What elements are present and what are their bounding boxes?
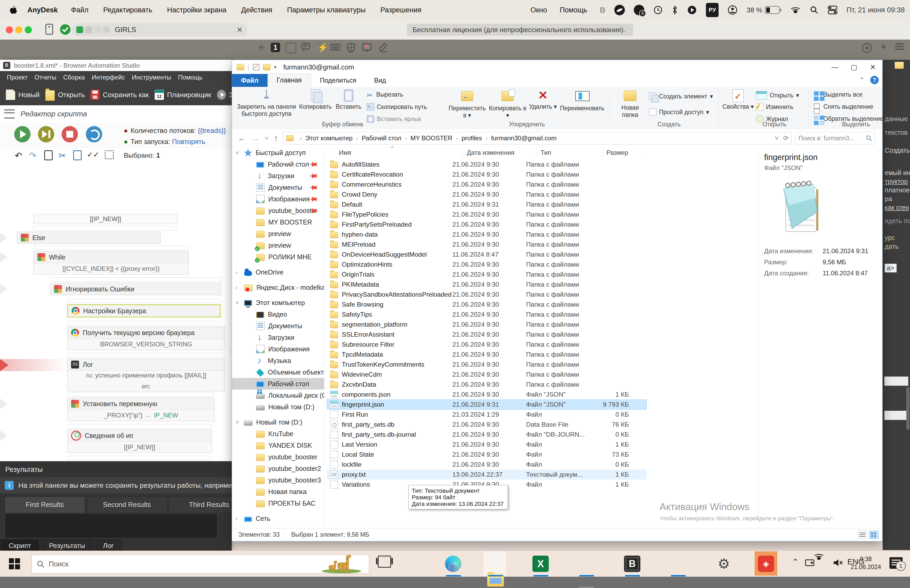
script-canvas[interactable]: [[IP_NEW]] Else While [[CYCLE_INDEX]] < …: [0, 164, 232, 461]
zoom-window-button[interactable]: [25, 26, 32, 34]
open-project-button[interactable]: Открыть: [45, 89, 85, 101]
sidebar-item[interactable]: YANDEX DISK 📌: [232, 439, 324, 451]
shield-icon[interactable]: [346, 43, 356, 52]
sidebar-item[interactable]: › Яндекс.Диск - modelkate2 📌: [232, 282, 324, 293]
file-row[interactable]: components.json 21.06.2024 9:30 Файл "JS…: [327, 389, 647, 399]
column-type[interactable]: Тип: [541, 149, 551, 156]
menubar-item-window[interactable]: Окно: [530, 6, 547, 14]
forward-icon[interactable]: →: [251, 134, 259, 143]
expand-icon[interactable]: ›: [236, 269, 238, 275]
properties-qat-icon[interactable]: [253, 64, 259, 70]
file-row[interactable]: Safe Browsing 21.06.2024 9:30 Папка с фа…: [327, 299, 647, 310]
menubar-item-actions[interactable]: Действия: [241, 6, 272, 14]
draw-pen-icon[interactable]: [379, 43, 388, 52]
copy-path-button[interactable]: \\...Скопировать путь: [367, 103, 427, 111]
breadcrumb-segment[interactable]: MY BOOSTER: [411, 134, 453, 142]
select-all-button[interactable]: Выделить все: [814, 91, 863, 98]
undo-icon[interactable]: ↶: [15, 150, 23, 161]
results-tab[interactable]: First Results: [5, 497, 85, 513]
anydesk-status-icon[interactable]: [614, 4, 625, 16]
sidebar-item[interactable]: Рабочий стол 📌: [232, 378, 324, 389]
new-item-button[interactable]: Создать элемент ▾: [649, 93, 713, 100]
value-box[interactable]: [[IP_NEW]]: [34, 214, 178, 224]
monitor-icon[interactable]: [45, 24, 54, 37]
connector[interactable]: [67, 353, 226, 357]
connector[interactable]: [67, 424, 212, 428]
scrollbar[interactable]: [906, 388, 910, 430]
sidebar-item[interactable]: KruTube 📌: [232, 428, 324, 439]
file-row[interactable]: Local State 21.06.2024 9:30 Файл 73 КБ: [327, 449, 647, 460]
session-tab[interactable]: GIRLS ✕: [72, 23, 247, 36]
menubar-item-permissions[interactable]: Разрешения: [380, 6, 422, 14]
help-icon[interactable]: ?: [870, 76, 879, 84]
address-field[interactable]: ›Этот компьютер›Рабочий стол›MY BOOSTER›…: [283, 132, 792, 144]
user-account-icon[interactable]: [727, 4, 737, 16]
taskbar-search[interactable]: Поиск: [32, 554, 369, 573]
tab-home[interactable]: Главная: [268, 73, 311, 87]
connector[interactable]: [34, 226, 178, 230]
address-dropdown-icon[interactable]: ˅: [775, 134, 779, 142]
file-row[interactable]: OriginTrials 21.06.2024 9:30 Папка с фай…: [327, 270, 647, 279]
b-status-icon[interactable]: B: [600, 4, 606, 16]
search-icon[interactable]: [865, 135, 872, 142]
monitor-count-badge[interactable]: 1: [271, 43, 280, 52]
file-row[interactable]: Subresource Filter 21.06.2024 9:30 Папка…: [327, 339, 647, 349]
actions-lightning-icon[interactable]: ⚡: [317, 43, 327, 52]
file-row[interactable]: SafetyTips 21.06.2024 9:30 Папка с файла…: [327, 310, 647, 320]
sidebar-item[interactable]: Новая папка 📌: [232, 486, 324, 498]
control-center-icon[interactable]: [828, 4, 837, 16]
scheduler-button[interactable]: Планировщик: [155, 89, 211, 100]
connector[interactable]: [34, 246, 189, 250]
step-button[interactable]: [38, 126, 54, 142]
tab-file[interactable]: Файл: [232, 74, 268, 87]
volume-muted-icon[interactable]: [832, 558, 843, 569]
file-row[interactable]: AutofillStates 21.06.2024 9:30 Папка с ф…: [327, 160, 647, 170]
new-folder-button[interactable]: Новая папка: [614, 89, 646, 118]
apple-menu-icon[interactable]: [10, 5, 18, 15]
threads-setting[interactable]: ●Количество потоков: {{treads}}: [124, 127, 226, 135]
bas-menu-item[interactable]: Сборка: [63, 74, 85, 81]
block-browser-settings[interactable]: Настройки Браузера: [67, 304, 221, 317]
excel-app-icon[interactable]: X: [532, 556, 549, 572]
menubar-item-file[interactable]: Файл: [71, 6, 89, 14]
save-as-button[interactable]: Сохранить как: [91, 90, 149, 100]
sidebar-item[interactable]: Локальный диск (C:) 📌: [232, 389, 324, 401]
file-row[interactable]: FileTypePolicies 21.06.2024 9:30 Папка с…: [327, 210, 647, 220]
select-region-icon[interactable]: [105, 150, 114, 162]
bas-menu-item[interactable]: Интерфейс: [92, 74, 125, 81]
editor-menu-icon[interactable]: [4, 109, 15, 119]
paste-shortcut-button[interactable]: Вставить ярлык: [367, 115, 421, 123]
sidebar-item[interactable]: ˅ Новый том (D:) 📌: [232, 417, 324, 428]
file-row[interactable]: TpcdMetadata 21.06.2024 9:30 Папка с фай…: [327, 349, 647, 360]
results-tab[interactable]: Second Results: [87, 497, 167, 513]
breadcrumb-segment[interactable]: furmann30@gmail.com: [491, 134, 556, 142]
sidebar-item[interactable]: Загрузки 📌: [232, 170, 324, 182]
expand-icon[interactable]: ˅: [236, 300, 239, 306]
file-row[interactable]: PKIMetadata 21.06.2024 9:30 Папка с файл…: [327, 279, 647, 289]
close-window-button[interactable]: [6, 26, 13, 34]
bas-bottom-tab[interactable]: Результаты: [41, 539, 93, 551]
sidebar-item[interactable]: preview 📌: [232, 239, 324, 251]
paste-button[interactable]: Вставить: [334, 89, 363, 110]
sidebar-item[interactable]: youtube_booster3 📌: [232, 474, 324, 486]
cut-button[interactable]: ✂Вырезать: [367, 91, 403, 98]
cut-icon[interactable]: ✂: [58, 150, 66, 161]
connector[interactable]: [67, 321, 221, 325]
sidebar-item[interactable]: MY BOOSTER 📌: [232, 216, 324, 228]
play-status-icon[interactable]: [687, 4, 697, 16]
file-row[interactable]: Crowd Deny 21.06.2024 9:30 Папка с файла…: [327, 189, 647, 200]
validate-icon[interactable]: ✓✓: [87, 150, 99, 159]
sidebar-item[interactable]: youtube_booster 📌: [232, 451, 324, 463]
new-project-button[interactable]: Новый: [6, 89, 39, 100]
file-row[interactable]: OnDeviceHeadSuggestModel 11.06.2024 8:47…: [327, 250, 647, 260]
block-set-variable[interactable]: Установить переменную _PROXY["ip"]→IP_NE…: [67, 398, 215, 421]
block-ip-info[interactable]: Сведения об ип [[IP_NEW]]: [67, 430, 212, 453]
file-row[interactable]: Default 21.06.2024 9:31 Папка с файлами: [327, 200, 647, 210]
menubar-item-display[interactable]: Настройки экрана: [167, 6, 226, 14]
connector[interactable]: [67, 299, 221, 303]
block-log[interactable]: Лог ru: успешно применили профиль [[MAIL…: [67, 359, 225, 391]
sidebar-item[interactable]: Документы 📌: [232, 182, 324, 193]
up-icon[interactable]: ↑: [274, 134, 278, 143]
wifi-icon[interactable]: [790, 4, 801, 16]
stop-button[interactable]: [61, 126, 78, 142]
